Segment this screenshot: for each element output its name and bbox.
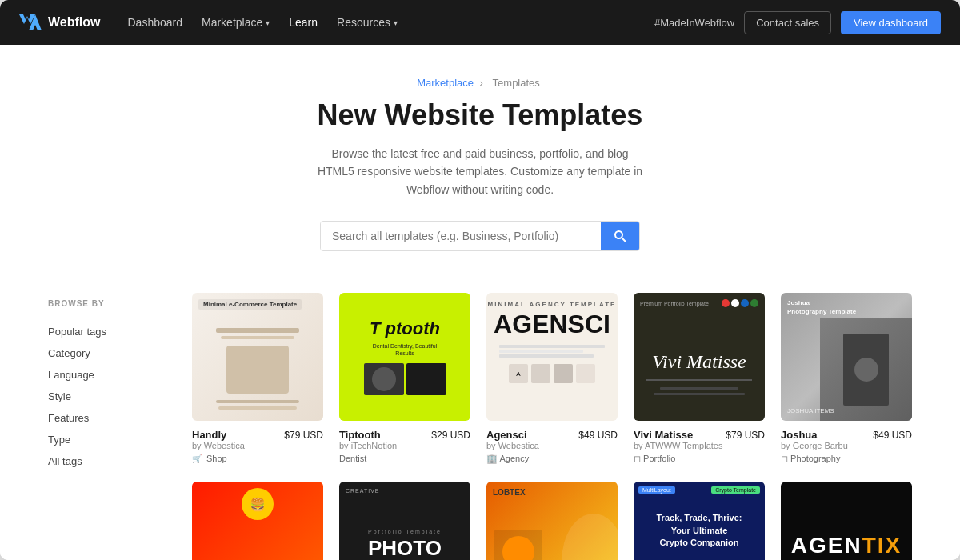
template-price-handly: $79 USD xyxy=(284,430,323,441)
template-thumb-agensci: MINIMAL AGENCY TEMPLATE AGENSCI A xyxy=(486,293,618,421)
template-thumb-vivi: Premium Portfolio Template Vivi Matisse xyxy=(634,293,765,421)
template-tags-tiptooth: Dentist xyxy=(339,454,470,463)
template-thumb-handly: Minimal e-Commerce Template xyxy=(192,293,323,421)
handly-thumb-badge: Minimal e-Commerce Template xyxy=(198,299,302,310)
nav-links: Dashboard Marketplace ▾ Learn Resources … xyxy=(119,11,635,34)
template-tag-shop: Shop xyxy=(206,454,227,463)
nav-learn[interactable]: Learn xyxy=(281,11,326,34)
template-tags-vivi: ◻ Portfolio xyxy=(634,454,765,464)
browse-by-label: BROWSE BY xyxy=(48,299,160,308)
template-tags-joshua: ◻ Photography xyxy=(781,454,912,464)
template-price-vivi: $79 USD xyxy=(726,430,765,441)
template-thumb-joshua: JoshuaPhotography Template JOSHUA ITEMS xyxy=(781,293,912,421)
breadcrumb-marketplace[interactable]: Marketplace xyxy=(417,77,474,89)
sidebar-item-features[interactable]: Features xyxy=(48,407,160,429)
navbar: Webflow Dashboard Marketplace ▾ Learn Re… xyxy=(0,0,960,45)
contact-sales-button[interactable]: Contact sales xyxy=(744,11,831,34)
breadcrumb: Marketplace › Templates xyxy=(16,77,944,89)
template-card-lobtex[interactable]: LOBTEX xyxy=(486,482,618,560)
view-dashboard-button[interactable]: View dashboard xyxy=(841,11,941,34)
browser-window: Webflow Dashboard Marketplace ▾ Learn Re… xyxy=(0,0,960,560)
template-price-agensci: $49 USD xyxy=(578,430,618,441)
template-card-agensci[interactable]: MINIMAL AGENCY TEMPLATE AGENSCI A xyxy=(486,293,618,466)
breadcrumb-separator: › xyxy=(480,77,483,89)
nav-dashboard[interactable]: Dashboard xyxy=(119,11,190,34)
sidebar-item-language[interactable]: Language xyxy=(48,364,160,386)
template-card-agentix[interactable]: AGENTIX xyxy=(781,482,912,560)
resources-chevron: ▾ xyxy=(394,18,398,27)
template-name-agensci: Agensci xyxy=(486,429,527,441)
template-info-tiptooth: Tiptooth $29 USD by iTechNotion Dentist xyxy=(339,427,470,465)
marketplace-chevron: ▾ xyxy=(266,18,270,27)
template-tags-handly: 🛒 Shop xyxy=(192,454,323,463)
template-price-tiptooth: $29 USD xyxy=(431,430,470,441)
template-info-handly: Handly $79 USD by Webestica 🛒 Shop xyxy=(192,427,323,465)
main-content: Marketplace › Templates New Website Temp… xyxy=(0,45,960,560)
template-author-agensci: by Webestica xyxy=(486,441,618,450)
template-info-joshua: Joshua $49 USD by George Barbu ◻ Photogr… xyxy=(781,427,912,466)
template-author-joshua: by George Barbu xyxy=(781,441,912,450)
template-name-joshua: Joshua xyxy=(781,429,818,441)
sidebar-item-style[interactable]: Style xyxy=(48,386,160,407)
hero-section: Marketplace › Templates New Website Temp… xyxy=(0,45,960,277)
sidebar-item-category[interactable]: Category xyxy=(48,342,160,364)
template-tags-agensci: 🏢 Agency xyxy=(486,454,618,464)
templates-grid-row2: 🍔 BURGERS CREATIVE Portfolio Template xyxy=(192,482,912,560)
template-card-crypto[interactable]: MultiLayout Crypto Template Track, Trade… xyxy=(634,482,765,560)
template-price-joshua: $49 USD xyxy=(873,430,912,441)
template-info-vivi: Vivi Matisse $79 USD by ATWWW Templates … xyxy=(634,427,765,466)
navbar-right: #MadeInWebflow Contact sales View dashbo… xyxy=(654,11,941,34)
templates-area: Minimal e-Commerce Template xyxy=(192,293,912,560)
template-thumb-lobtex: LOBTEX xyxy=(486,482,618,560)
template-tag-agency: 🏢 Agency xyxy=(486,454,529,464)
sidebar-item-type[interactable]: Type xyxy=(48,429,160,450)
template-thumb-photo: CREATIVE Portfolio Template PHOTOPORTFOL… xyxy=(339,482,470,560)
template-tag-cart: 🛒 xyxy=(192,454,202,463)
hashtag-link[interactable]: #MadeInWebflow xyxy=(654,17,734,29)
template-card-vivi[interactable]: Premium Portfolio Template Vivi Matisse xyxy=(634,293,765,466)
sidebar: BROWSE BY Popular tags Category Language… xyxy=(48,293,160,560)
brand-logo[interactable]: Webflow xyxy=(19,14,100,30)
template-author-tiptooth: by iTechNotion xyxy=(339,441,470,450)
template-tag-portfolio: ◻ Portfolio xyxy=(634,454,675,464)
template-thumb-burgers: 🍔 BURGERS xyxy=(192,482,323,560)
brand-name: Webflow xyxy=(48,15,100,30)
template-thumb-tiptooth: T ptooth Dental Dentistry, Beautiful Res… xyxy=(339,293,470,421)
template-card-tiptooth[interactable]: T ptooth Dental Dentistry, Beautiful Res… xyxy=(339,293,470,466)
template-card-photo[interactable]: CREATIVE Portfolio Template PHOTOPORTFOL… xyxy=(339,482,470,560)
search-input[interactable] xyxy=(321,222,601,250)
search-button[interactable] xyxy=(601,222,639,250)
search-bar xyxy=(320,221,640,251)
templates-grid-row1: Minimal e-Commerce Template xyxy=(192,293,912,466)
content-area: BROWSE BY Popular tags Category Language… xyxy=(0,277,960,560)
template-card-joshua[interactable]: JoshuaPhotography Template JOSHUA ITEMS xyxy=(781,293,912,466)
sidebar-item-popular-tags[interactable]: Popular tags xyxy=(48,321,160,342)
template-author-handly: by Webestica xyxy=(192,441,323,450)
template-name-tiptooth: Tiptooth xyxy=(339,429,381,441)
sidebar-item-all-tags[interactable]: All tags xyxy=(48,450,160,472)
svg-line-1 xyxy=(622,238,626,242)
page-title: New Website Templates xyxy=(16,98,944,132)
nav-marketplace[interactable]: Marketplace ▾ xyxy=(194,11,278,34)
svg-point-0 xyxy=(615,231,622,238)
search-icon xyxy=(614,230,626,242)
nav-resources[interactable]: Resources ▾ xyxy=(329,11,406,34)
template-author-vivi: by ATWWW Templates xyxy=(634,441,765,450)
template-card-burgers[interactable]: 🍔 BURGERS xyxy=(192,482,323,560)
template-tag-photography: ◻ Photography xyxy=(781,454,840,464)
template-thumb-agentix: AGENTIX xyxy=(781,482,912,560)
breadcrumb-current: Templates xyxy=(493,77,540,89)
template-info-agensci: Agensci $49 USD by Webestica 🏢 Agency xyxy=(486,427,618,466)
template-name-handly: Handly xyxy=(192,429,226,441)
template-card-handly[interactable]: Minimal e-Commerce Template xyxy=(192,293,323,466)
template-name-vivi: Vivi Matisse xyxy=(634,429,693,441)
page-description: Browse the latest free and paid business… xyxy=(312,145,648,198)
template-tag-dentist: Dentist xyxy=(339,454,366,463)
template-thumb-crypto: MultiLayout Crypto Template Track, Trade… xyxy=(634,482,765,560)
